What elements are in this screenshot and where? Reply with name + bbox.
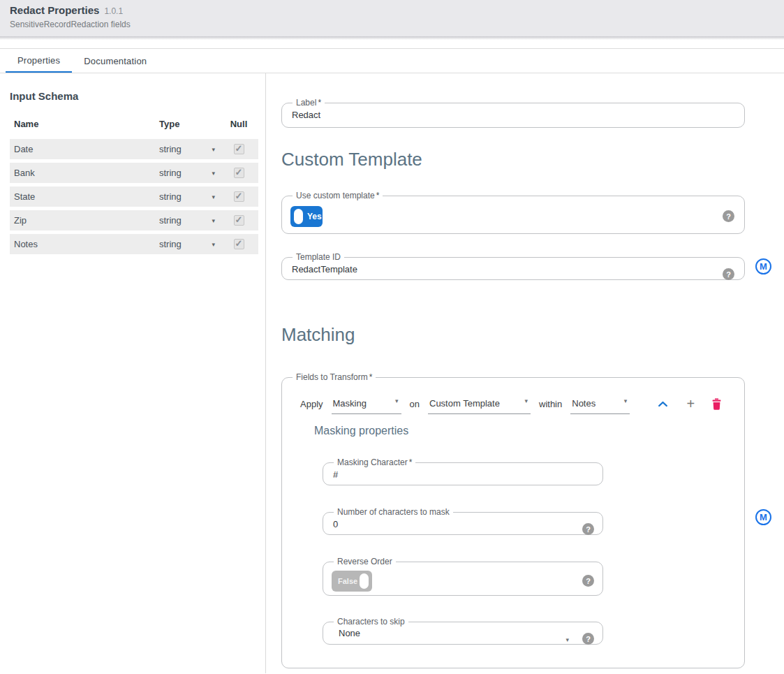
label-field: Label* Redact bbox=[281, 98, 745, 128]
tab-documentation[interactable]: Documentation bbox=[72, 49, 158, 73]
reverse-order-label: Reverse Order bbox=[334, 557, 396, 566]
template-id-field: Template ID RedactTemplate ? bbox=[281, 252, 745, 280]
template-id-input[interactable]: RedactTemplate bbox=[290, 262, 736, 276]
page-subtitle: SensitiveRecordRedaction fields bbox=[10, 20, 784, 29]
num-chars-label: Number of characters to mask bbox=[334, 507, 453, 517]
field-name: Date bbox=[10, 144, 159, 154]
chevron-down-icon: ▾ bbox=[212, 217, 215, 224]
column-header-null: Null bbox=[219, 119, 258, 129]
type-select[interactable]: string ▾ bbox=[159, 215, 219, 226]
template-id-label: Template ID bbox=[293, 252, 344, 262]
masking-properties-heading: Masking properties bbox=[314, 424, 736, 437]
type-value: string bbox=[159, 144, 182, 154]
toggle-knob bbox=[360, 573, 369, 589]
num-chars-field: Number of characters to mask 0 ? bbox=[323, 507, 603, 535]
toggle-value: Yes bbox=[307, 212, 322, 221]
matching-heading: Matching bbox=[281, 324, 784, 345]
use-custom-template-field: Use custom template* Yes ? bbox=[281, 191, 745, 234]
chevron-up-icon bbox=[659, 402, 667, 406]
reverse-order-toggle[interactable]: False bbox=[332, 571, 372, 592]
input-schema-title: Input Schema bbox=[10, 90, 258, 102]
properties-form: Label* Redact Custom Template Use custom… bbox=[266, 73, 784, 673]
table-row: State string ▾ bbox=[10, 186, 258, 207]
field-name: Zip bbox=[10, 215, 159, 226]
column-header-type: Type bbox=[159, 119, 219, 129]
help-icon[interactable]: ? bbox=[723, 210, 734, 222]
column-header-name: Name bbox=[10, 119, 159, 129]
within-select[interactable]: Notes ▾ bbox=[570, 393, 630, 414]
chars-to-skip-field: Characters to skip None ▾ ? bbox=[323, 617, 603, 645]
required-asterisk: * bbox=[369, 372, 373, 382]
field-name: Notes bbox=[10, 239, 159, 249]
use-custom-template-toggle[interactable]: Yes bbox=[290, 206, 323, 227]
transform-rule-row: Apply Masking ▾ on Custom Template ▾ wit… bbox=[300, 391, 736, 416]
required-asterisk: * bbox=[376, 191, 380, 200]
field-name: State bbox=[10, 191, 159, 202]
type-value: string bbox=[159, 191, 182, 202]
within-label: within bbox=[539, 399, 562, 409]
chars-to-skip-select[interactable]: None bbox=[332, 626, 360, 640]
version-label: 1.0.1 bbox=[104, 6, 123, 16]
template-id-macro-button[interactable]: M bbox=[755, 258, 771, 274]
toggle-value: False bbox=[338, 577, 357, 585]
chevron-down-icon: ▾ bbox=[212, 170, 215, 177]
custom-template-heading: Custom Template bbox=[281, 149, 784, 170]
help-icon[interactable]: ? bbox=[582, 523, 594, 535]
type-select[interactable]: string ▾ bbox=[159, 191, 219, 202]
chevron-down-icon: ▾ bbox=[624, 397, 628, 404]
table-row: Notes string ▾ bbox=[10, 234, 258, 254]
type-select[interactable]: string ▾ bbox=[159, 168, 219, 178]
toggle-knob bbox=[294, 209, 303, 224]
table-row: Bank string ▾ bbox=[10, 163, 258, 183]
masking-macro-button[interactable]: M bbox=[755, 509, 771, 525]
help-icon[interactable]: ? bbox=[582, 575, 594, 587]
page-title: Redact Properties bbox=[10, 4, 99, 16]
apply-label: Apply bbox=[300, 399, 323, 409]
input-schema-table: Name Type Null Date string ▾ Bank string… bbox=[10, 119, 258, 254]
chevron-down-icon: ▾ bbox=[212, 193, 215, 200]
use-custom-template-label: Use custom template* bbox=[293, 191, 383, 200]
fields-to-transform-label: Fields to Transform* bbox=[293, 372, 376, 382]
trash-icon bbox=[711, 398, 722, 410]
apply-select[interactable]: Masking ▾ bbox=[332, 393, 401, 414]
table-row: Date string ▾ bbox=[10, 139, 258, 159]
type-value: string bbox=[159, 215, 182, 226]
tab-properties[interactable]: Properties bbox=[6, 49, 72, 73]
spacer bbox=[0, 40, 784, 48]
table-header-row: Name Type Null bbox=[10, 119, 258, 139]
input-schema-panel: Input Schema Name Type Null Date string … bbox=[0, 73, 266, 673]
delete-rule-button[interactable] bbox=[711, 398, 723, 410]
help-icon[interactable]: ? bbox=[723, 268, 734, 280]
chevron-down-icon[interactable]: ▾ bbox=[565, 636, 569, 643]
label-input[interactable]: Redact bbox=[290, 108, 736, 122]
masking-character-field: Masking Character* # bbox=[323, 457, 603, 485]
on-select-value: Custom Template bbox=[429, 398, 500, 409]
type-select[interactable]: string ▾ bbox=[159, 144, 219, 154]
null-checkbox[interactable] bbox=[234, 191, 244, 202]
masking-character-label: Masking Character* bbox=[334, 457, 415, 467]
null-checkbox[interactable] bbox=[234, 215, 244, 226]
on-label: on bbox=[410, 399, 420, 409]
collapse-button[interactable] bbox=[656, 401, 669, 407]
stage-header: Redact Properties 1.0.1 SensitiveRecordR… bbox=[0, 0, 784, 36]
masking-character-input[interactable]: # bbox=[332, 467, 594, 481]
reverse-order-field: Reverse Order False ? bbox=[323, 557, 603, 596]
type-select[interactable]: string ▾ bbox=[159, 239, 219, 249]
null-checkbox[interactable] bbox=[234, 239, 244, 249]
help-icon[interactable]: ? bbox=[582, 633, 594, 645]
add-rule-button[interactable]: + bbox=[684, 396, 697, 412]
null-checkbox[interactable] bbox=[234, 168, 244, 178]
within-select-value: Notes bbox=[572, 398, 596, 409]
chevron-down-icon: ▾ bbox=[524, 397, 528, 404]
type-value: string bbox=[159, 168, 182, 178]
null-checkbox[interactable] bbox=[234, 144, 244, 154]
chevron-down-icon: ▾ bbox=[212, 146, 215, 153]
on-select[interactable]: Custom Template ▾ bbox=[428, 393, 531, 414]
tab-bar: Properties Documentation bbox=[0, 48, 784, 73]
apply-select-value: Masking bbox=[333, 398, 367, 409]
required-asterisk: * bbox=[409, 457, 413, 467]
num-chars-input[interactable]: 0 bbox=[332, 517, 594, 531]
type-value: string bbox=[159, 239, 182, 249]
chevron-down-icon: ▾ bbox=[395, 397, 399, 404]
table-row: Zip string ▾ bbox=[10, 210, 258, 230]
